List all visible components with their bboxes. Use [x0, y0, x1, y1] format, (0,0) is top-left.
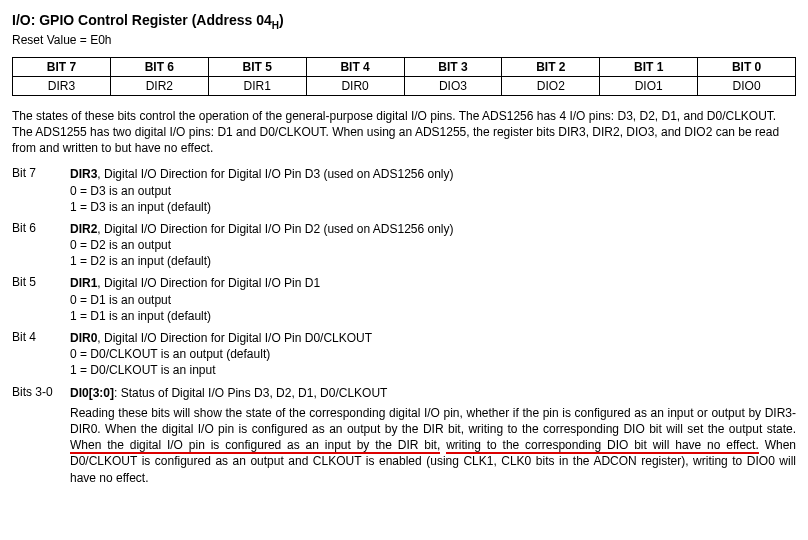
bit-header: BIT 7: [13, 57, 111, 76]
bit-header: BIT 0: [698, 57, 796, 76]
bit-body: DIR3, Digital I/O Direction for Digital …: [70, 166, 796, 215]
bit-text: Reading these bits will show the state o…: [70, 406, 796, 436]
bit-name-cell: DIO0: [698, 76, 796, 95]
bit-header: BIT 6: [110, 57, 208, 76]
title-suffix: ): [279, 12, 284, 28]
bit-option: 0 = D1 is an output: [70, 293, 171, 307]
bit-header: BIT 4: [306, 57, 404, 76]
bit-label: Bit 7: [12, 166, 70, 215]
bit-name: DIR0: [70, 331, 97, 345]
bit-name-cell: DIO1: [600, 76, 698, 95]
annotated-text: writing to the corresponding DIO bit wil…: [446, 438, 759, 454]
title-prefix: I/O: GPIO Control Register (Address 04: [12, 12, 272, 28]
bit-option: 1 = D2 is an input (default): [70, 254, 211, 268]
bit-header: BIT 2: [502, 57, 600, 76]
bit-header: BIT 5: [208, 57, 306, 76]
bit-description: Bit 6 DIR2, Digital I/O Direction for Di…: [12, 221, 796, 270]
bit-name: DIR2: [70, 222, 97, 236]
bit-body: DIR2, Digital I/O Direction for Digital …: [70, 221, 796, 270]
table-row: BIT 7 BIT 6 BIT 5 BIT 4 BIT 3 BIT 2 BIT …: [13, 57, 796, 76]
bit-name: DI0[3:0]: [70, 386, 114, 400]
bit-option: 0 = D2 is an output: [70, 238, 171, 252]
bit-paragraph: Reading these bits will show the state o…: [70, 405, 796, 486]
bit-description: Bit 5 DIR1, Digital I/O Direction for Di…: [12, 275, 796, 324]
bit-label: Bit 6: [12, 221, 70, 270]
bit-table: BIT 7 BIT 6 BIT 5 BIT 4 BIT 3 BIT 2 BIT …: [12, 57, 796, 96]
bit-desc: , Digital I/O Direction for Digital I/O …: [97, 167, 453, 181]
bit-body: DIR1, Digital I/O Direction for Digital …: [70, 275, 796, 324]
bit-option: 1 = D3 is an input (default): [70, 200, 211, 214]
table-row: DIR3 DIR2 DIR1 DIR0 DIO3 DIO2 DIO1 DIO0: [13, 76, 796, 95]
annotated-text: When the digital I/O pin is configured a…: [70, 438, 440, 454]
bit-name-cell: DIO2: [502, 76, 600, 95]
bit-desc: , Digital I/O Direction for Digital I/O …: [97, 331, 372, 345]
bit-label: Bit 5: [12, 275, 70, 324]
bit-option: 1 = D1 is an input (default): [70, 309, 211, 323]
bit-body: DIR0, Digital I/O Direction for Digital …: [70, 330, 796, 379]
bit-header: BIT 1: [600, 57, 698, 76]
bit-desc: : Status of Digital I/O Pins D3, D2, D1,…: [114, 386, 387, 400]
bit-desc: , Digital I/O Direction for Digital I/O …: [97, 276, 320, 290]
bit-option: 0 = D3 is an output: [70, 184, 171, 198]
intro-paragraph: The states of these bits control the ope…: [12, 108, 796, 157]
bit-name: DIR3: [70, 167, 97, 181]
bit-name-cell: DIR0: [306, 76, 404, 95]
bit-name-cell: DIR3: [13, 76, 111, 95]
reset-value: Reset Value = E0h: [12, 33, 796, 47]
bit-label: Bits 3-0: [12, 385, 70, 486]
register-title: I/O: GPIO Control Register (Address 04H): [12, 12, 796, 31]
bit-option: 0 = D0/CLKOUT is an output (default): [70, 347, 270, 361]
bit-body: DI0[3:0]: Status of Digital I/O Pins D3,…: [70, 385, 796, 486]
bit-name: DIR1: [70, 276, 97, 290]
title-sub: H: [272, 20, 279, 31]
bit-description: Bits 3-0 DI0[3:0]: Status of Digital I/O…: [12, 385, 796, 486]
bit-description: Bit 7 DIR3, Digital I/O Direction for Di…: [12, 166, 796, 215]
bit-description: Bit 4 DIR0, Digital I/O Direction for Di…: [12, 330, 796, 379]
bit-desc: , Digital I/O Direction for Digital I/O …: [97, 222, 453, 236]
bit-option: 1 = D0/CLKOUT is an input: [70, 363, 216, 377]
bit-name-cell: DIR1: [208, 76, 306, 95]
bit-name-cell: DIR2: [110, 76, 208, 95]
bit-label: Bit 4: [12, 330, 70, 379]
bit-header: BIT 3: [404, 57, 502, 76]
bit-name-cell: DIO3: [404, 76, 502, 95]
